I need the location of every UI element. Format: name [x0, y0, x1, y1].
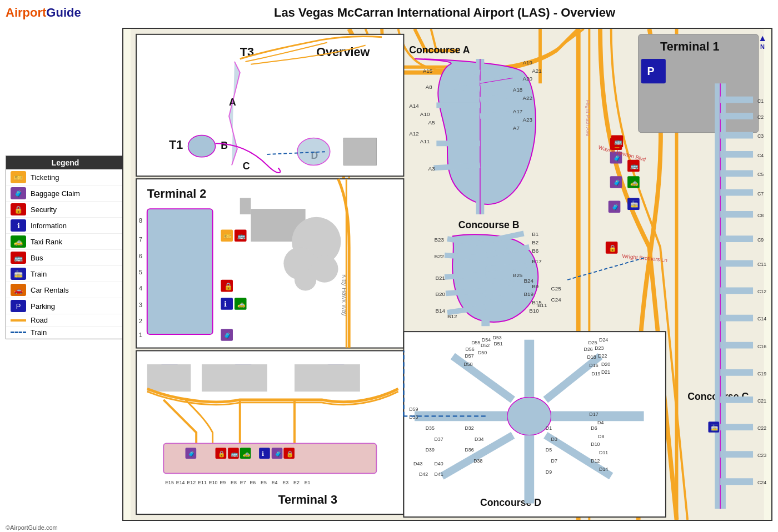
svg-text:D56: D56	[465, 347, 474, 352]
svg-text:B14: B14	[435, 308, 445, 314]
svg-text:D19: D19	[591, 371, 600, 377]
svg-text:C25: C25	[551, 285, 562, 292]
baggage-icon: 🧳	[11, 187, 26, 199]
svg-text:D9: D9	[546, 469, 552, 475]
security-icon: 🔒	[11, 203, 26, 215]
svg-rect-54	[295, 364, 360, 392]
svg-text:D54: D54	[482, 337, 491, 343]
svg-text:A22: A22	[523, 95, 532, 101]
map-svg: Overview T3 T1 T2 A B C D	[123, 29, 771, 520]
legend-item-trainline: Train	[6, 327, 124, 339]
svg-text:D20: D20	[601, 362, 610, 367]
svg-text:C2: C2	[757, 114, 764, 120]
svg-text:Concourse A: Concourse A	[409, 44, 470, 56]
svg-text:A5: A5	[428, 119, 436, 126]
svg-text:D40: D40	[434, 461, 443, 466]
svg-line-96	[442, 86, 480, 89]
svg-text:E6: E6	[250, 480, 256, 485]
svg-text:C21: C21	[757, 398, 766, 404]
legend: Legend 🎫 Ticketing 🧳 Baggage Claim 🔒 Sec…	[6, 155, 125, 339]
svg-text:E1: E1	[305, 480, 311, 485]
svg-text:D33: D33	[409, 414, 418, 420]
legend-item-taxi: 🚕 Taxi Rank	[6, 234, 124, 250]
svg-text:🚌: 🚌	[237, 232, 246, 240]
svg-text:P: P	[647, 65, 654, 77]
svg-text:Terminal 1: Terminal 1	[660, 39, 719, 53]
svg-text:🧳: 🧳	[613, 179, 621, 187]
svg-text:🧳: 🧳	[223, 332, 232, 339]
svg-text:🧳: 🧳	[188, 450, 196, 458]
ticketing-icon: 🎫	[11, 171, 26, 183]
svg-text:A12: A12	[409, 131, 418, 137]
svg-text:🚋: 🚋	[630, 200, 639, 208]
svg-text:A15: A15	[423, 68, 433, 74]
svg-text:A11: A11	[420, 138, 430, 144]
svg-text:1: 1	[139, 332, 142, 338]
svg-text:D41: D41	[434, 471, 443, 477]
svg-text:E2: E2	[293, 480, 300, 485]
svg-point-30	[295, 269, 316, 290]
svg-text:D4: D4	[597, 420, 604, 425]
svg-text:D17: D17	[589, 411, 598, 417]
parking-icon: P	[11, 300, 26, 312]
legend-item-train: 🚋 Train	[6, 266, 124, 282]
svg-text:C3: C3	[757, 133, 764, 139]
svg-text:6: 6	[139, 253, 142, 259]
svg-text:D52: D52	[481, 343, 490, 348]
svg-line-99	[433, 165, 480, 168]
legend-title: Legend	[6, 156, 124, 169]
svg-text:C1: C1	[757, 98, 764, 104]
logo-area: AirportGuide	[6, 6, 106, 20]
svg-line-124	[445, 255, 486, 258]
svg-text:D5: D5	[546, 447, 552, 453]
svg-text:4: 4	[139, 285, 142, 292]
svg-line-126	[446, 290, 486, 293]
svg-text:D3: D3	[551, 436, 557, 442]
svg-rect-26	[240, 198, 251, 214]
svg-text:Flight Path Ave: Flight Path Ave	[585, 100, 591, 137]
svg-text:C: C	[243, 160, 250, 172]
svg-text:E14: E14	[176, 480, 185, 485]
svg-text:D36: D36	[465, 447, 473, 453]
svg-text:🧳: 🧳	[275, 450, 282, 458]
svg-line-125	[445, 274, 486, 277]
taxi-icon: 🚕	[11, 235, 26, 248]
main-container: AirportGuide Las Vegas McCarran Internat…	[0, 0, 778, 532]
svg-text:B25: B25	[513, 272, 523, 278]
svg-text:A10: A10	[420, 111, 430, 117]
svg-text:D58: D58	[463, 362, 472, 367]
svg-text:D37: D37	[434, 436, 443, 442]
svg-text:D14: D14	[599, 466, 608, 472]
svg-text:D22: D22	[598, 353, 607, 359]
svg-text:C24: C24	[551, 297, 562, 303]
svg-text:A7: A7	[513, 125, 520, 131]
logo: AirportGuide	[6, 6, 106, 20]
svg-text:Terminal 3: Terminal 3	[278, 493, 337, 506]
svg-text:E12: E12	[187, 480, 196, 485]
svg-text:7: 7	[139, 236, 142, 243]
svg-text:D7: D7	[551, 458, 557, 464]
legend-item-ticketing: 🎫 Ticketing	[6, 169, 124, 185]
svg-rect-16	[147, 209, 213, 334]
svg-text:D53: D53	[493, 335, 502, 340]
svg-text:B12: B12	[447, 313, 457, 319]
svg-text:A20: A20	[523, 76, 533, 82]
svg-text:A17: A17	[513, 108, 522, 114]
svg-text:ℹ: ℹ	[262, 450, 264, 457]
svg-rect-53	[202, 364, 267, 392]
svg-text:A21: A21	[532, 68, 541, 74]
svg-text:B10: B10	[529, 308, 539, 314]
svg-text:C12: C12	[757, 289, 766, 294]
svg-text:Overview: Overview	[316, 45, 370, 59]
svg-rect-12	[343, 138, 376, 165]
svg-point-149	[507, 397, 551, 435]
svg-text:🚌: 🚌	[614, 138, 622, 145]
svg-text:🎫: 🎫	[223, 232, 232, 240]
svg-text:B9: B9	[532, 283, 538, 289]
svg-text:🚕: 🚕	[237, 300, 246, 308]
svg-text:B1: B1	[532, 231, 538, 237]
svg-text:C8: C8	[757, 213, 764, 218]
svg-text:A18: A18	[513, 87, 523, 93]
svg-text:D24: D24	[599, 337, 608, 343]
train-icon: 🚋	[11, 268, 26, 280]
